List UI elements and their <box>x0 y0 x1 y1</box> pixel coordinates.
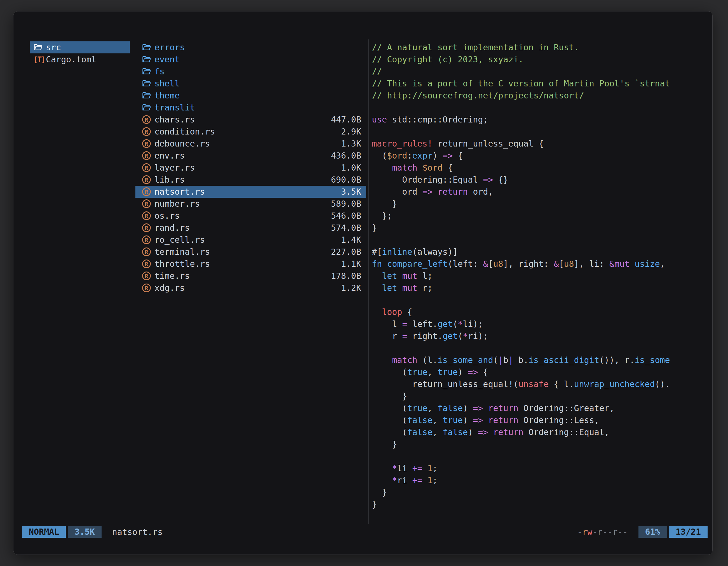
file-row[interactable]: Ros.rs546.0B <box>135 210 366 222</box>
file-name: condition.rs <box>154 127 341 137</box>
code-line: ($ord:expr) => { <box>372 150 708 162</box>
cursor-position-badge: 13/21 <box>669 526 708 538</box>
file-name: throttle.rs <box>154 259 341 269</box>
file-row[interactable]: Rterminal.rs227.0B <box>135 246 366 258</box>
code-line: } <box>372 222 708 234</box>
code-line <box>372 102 708 114</box>
file-name: rand.rs <box>154 223 331 233</box>
code-line: }; <box>372 210 708 222</box>
preview-pane: // A natural sort implementation in Rust… <box>372 41 708 518</box>
file-name: ro_cell.rs <box>154 235 341 245</box>
code-line: loop { <box>372 306 708 318</box>
code-line <box>372 234 708 246</box>
code-line: *ri += 1; <box>372 474 708 486</box>
code-line: // http://sourcefrog.net/projects/natsor… <box>372 90 708 102</box>
file-row[interactable]: Rthrottle.rs1.1K <box>135 258 366 270</box>
code-line: macro_rules! return_unless_equal { <box>372 138 708 150</box>
file-size: 2.9K <box>341 127 361 137</box>
file-row[interactable]: Rrand.rs574.0B <box>135 222 366 234</box>
file-size: 1.1K <box>341 259 361 269</box>
code-line: } <box>372 438 708 450</box>
folder-icon <box>142 55 154 64</box>
rust-file-icon: R <box>142 272 154 280</box>
code-line: (true, false) => return Ordering::Greate… <box>372 402 708 414</box>
code-line: fn compare_left(left: &[u8], right: &[u8… <box>372 258 708 270</box>
folder-row[interactable]: errors <box>135 41 366 53</box>
file-size: 1.4K <box>341 235 361 245</box>
file-name: time.rs <box>154 271 331 281</box>
code-line: l = left.get(*li); <box>372 318 708 330</box>
code-line: } <box>372 486 708 498</box>
folder-row[interactable]: theme <box>135 90 366 102</box>
file-name: natsort.rs <box>154 187 341 197</box>
folder-icon <box>142 91 154 100</box>
folder-icon <box>142 79 154 88</box>
file-row[interactable]: Rlib.rs690.0B <box>135 174 366 186</box>
code-line: // A natural sort implementation in Rust… <box>372 41 708 53</box>
current-pane: errorseventfsshellthemetranslitRchars.rs… <box>135 41 366 294</box>
folder-row[interactable]: translit <box>135 102 366 114</box>
code-line <box>372 342 708 354</box>
rust-file-icon: R <box>142 115 154 124</box>
file-name: chars.rs <box>154 115 331 125</box>
file-row[interactable]: Rnumber.rs589.0B <box>135 198 366 210</box>
file-size: 178.0B <box>331 271 361 281</box>
code-line: // Copyright (c) 2023, sxyazi. <box>372 53 708 65</box>
code-line <box>372 450 708 462</box>
file-row[interactable]: Rtime.rs178.0B <box>135 270 366 282</box>
file-size: 1.3K <box>341 139 361 149</box>
rust-file-icon: R <box>142 212 154 220</box>
file-name: env.rs <box>154 151 331 161</box>
rust-file-icon: R <box>142 236 154 244</box>
file-name: number.rs <box>154 199 331 209</box>
code-line: #[inline(always)] <box>372 246 708 258</box>
folder-row[interactable]: event <box>135 53 366 65</box>
yazi-file-manager-window: src[T]Cargo.toml errorseventfsshelltheme… <box>13 11 713 555</box>
rust-file-icon: R <box>142 224 154 232</box>
code-line: (false, false) => return Ordering::Equal… <box>372 426 708 438</box>
mode-badge: NORMAL <box>22 526 66 538</box>
status-bar: NORMAL 3.5K natsort.rs -rw-r--r-- 61% 13… <box>22 526 708 538</box>
file-row[interactable]: Rchars.rs447.0B <box>135 114 366 126</box>
file-size: 589.0B <box>331 199 361 209</box>
code-line: (true, true) => { <box>372 366 708 378</box>
code-line: } <box>372 390 708 402</box>
folder-row[interactable]: fs <box>135 65 366 78</box>
rust-file-icon: R <box>142 248 154 256</box>
folder-row[interactable]: shell <box>135 78 366 90</box>
file-row[interactable]: Rxdg.rs1.2K <box>135 282 366 294</box>
file-name: xdg.rs <box>154 283 341 293</box>
code-line: use std::cmp::Ordering; <box>372 114 708 126</box>
file-row[interactable]: Rro_cell.rs1.4K <box>135 234 366 246</box>
code-line: // This is a port of the C version of Ma… <box>372 78 708 90</box>
file-row[interactable]: Rdebounce.rs1.3K <box>135 138 366 150</box>
folder-row[interactable]: src <box>30 41 130 53</box>
code-line: ord => return ord, <box>372 186 708 198</box>
code-line: let mut l; <box>372 270 708 282</box>
folder-icon <box>142 103 154 112</box>
file-name: fs <box>154 67 361 76</box>
pane-divider <box>368 39 369 524</box>
file-name: terminal.rs <box>154 247 331 257</box>
file-row[interactable]: Renv.rs436.0B <box>135 150 366 162</box>
file-name: errors <box>154 43 361 52</box>
file-row[interactable]: Rlayer.rs1.0K <box>135 162 366 174</box>
code-line: let mut r; <box>372 282 708 294</box>
file-size: 574.0B <box>331 223 361 233</box>
file-permissions: -rw-r--r-- <box>577 527 628 537</box>
code-line <box>372 294 708 306</box>
file-name: Cargo.toml <box>46 55 125 64</box>
file-row[interactable]: Rnatsort.rs3.5K <box>135 186 366 198</box>
parent-pane: src[T]Cargo.toml <box>30 41 130 65</box>
file-name: debounce.rs <box>154 139 341 149</box>
file-size: 546.0B <box>331 211 361 221</box>
file-name: os.rs <box>154 211 331 221</box>
file-name: theme <box>154 91 361 100</box>
file-size: 690.0B <box>331 175 361 185</box>
rust-file-icon: R <box>142 127 154 136</box>
rust-file-icon: R <box>142 175 154 184</box>
rust-file-icon: R <box>142 187 154 196</box>
file-row[interactable]: [T]Cargo.toml <box>30 53 130 65</box>
file-row[interactable]: Rcondition.rs2.9K <box>135 126 366 138</box>
folder-icon <box>34 43 46 52</box>
